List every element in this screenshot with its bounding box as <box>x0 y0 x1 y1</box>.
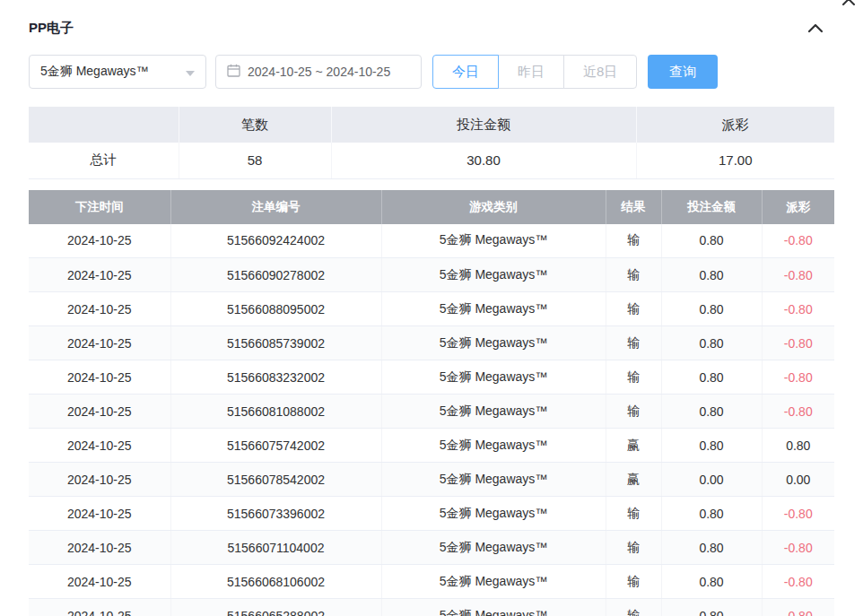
summary-header-bet-amount: 投注金额 <box>331 107 636 143</box>
payout-cell: -0.80 <box>762 292 834 326</box>
header-game-type: 游戏类别 <box>381 190 606 224</box>
result-cell: 输 <box>606 395 661 429</box>
payout-cell: -0.80 <box>762 599 834 616</box>
bet-amount-cell: 0.80 <box>661 497 762 531</box>
bet-time-cell: 2024-10-25 <box>29 463 170 497</box>
order-id-cell: 51566088095002 <box>170 292 381 326</box>
header-bet-time: 下注时间 <box>29 190 170 224</box>
summary-total-row: 总计 58 30.80 17.00 <box>29 143 834 178</box>
filter-bar: 5金狮 Megaways™ 2024-10-25 ~ 2024-10-25 今日… <box>29 55 834 89</box>
game-type-cell: 5金狮 Megaways™ <box>381 463 606 497</box>
order-id-cell: 51566090278002 <box>170 258 381 292</box>
game-type-cell: 5金狮 Megaways™ <box>381 224 606 258</box>
bet-time-cell: 2024-10-25 <box>29 292 170 326</box>
header-payout: 派彩 <box>762 190 834 224</box>
order-id-cell: 51566068106002 <box>170 565 381 599</box>
last-8-days-button[interactable]: 近8日 <box>563 55 637 89</box>
quick-date-button-group: 今日 昨日 近8日 <box>432 55 637 89</box>
result-cell: 输 <box>606 497 661 531</box>
payout-cell: 0.00 <box>762 463 834 497</box>
bet-time-cell: 2024-10-25 <box>29 258 170 292</box>
order-id-cell: 51566085739002 <box>170 326 381 360</box>
bet-time-cell: 2024-10-25 <box>29 326 170 360</box>
game-select-value: 5金狮 Megaways™ <box>40 64 149 80</box>
records-header-row: 下注时间 注单编号 游戏类别 结果 投注金额 派彩 <box>29 190 834 224</box>
game-type-cell: 5金狮 Megaways™ <box>381 292 606 326</box>
panel-title: PP电子 <box>29 20 74 37</box>
bet-time-cell: 2024-10-25 <box>29 395 170 429</box>
table-row: 2024-10-25515660857390025金狮 Megaways™输0.… <box>29 326 834 360</box>
table-row: 2024-10-25515660681060025金狮 Megaways™输0.… <box>29 565 834 599</box>
payout-cell: -0.80 <box>762 565 834 599</box>
date-range-value: 2024-10-25 ~ 2024-10-25 <box>248 65 390 79</box>
today-button[interactable]: 今日 <box>432 55 499 89</box>
bet-amount-cell: 0.80 <box>661 429 762 463</box>
bet-amount-cell: 0.00 <box>661 463 762 497</box>
search-button[interactable]: 查询 <box>648 55 718 89</box>
header-order-id: 注单编号 <box>170 190 381 224</box>
summary-total-count: 58 <box>179 143 331 178</box>
summary-total-payout: 17.00 <box>636 143 834 178</box>
order-id-cell: 51566092424002 <box>170 224 381 258</box>
calendar-icon <box>227 64 240 80</box>
game-type-cell: 5金狮 Megaways™ <box>381 326 606 360</box>
chevron-down-icon <box>186 65 195 79</box>
table-row: 2024-10-25515660902780025金狮 Megaways™输0.… <box>29 258 834 292</box>
payout-cell: -0.80 <box>762 360 834 395</box>
table-row: 2024-10-25515660810880025金狮 Megaways™输0.… <box>29 395 834 429</box>
summary-header-count: 笔数 <box>179 107 331 143</box>
table-row: 2024-10-25515660733960025金狮 Megaways™输0.… <box>29 497 834 531</box>
bet-amount-cell: 0.80 <box>661 599 762 616</box>
result-cell: 赢 <box>606 463 661 497</box>
payout-cell: -0.80 <box>762 224 834 258</box>
table-row: 2024-10-25515660757420025金狮 Megaways™赢0.… <box>29 429 834 463</box>
result-cell: 输 <box>606 292 661 326</box>
game-type-cell: 5金狮 Megaways™ <box>381 429 606 463</box>
order-id-cell: 51566078542002 <box>170 463 381 497</box>
table-row: 2024-10-25515660785420025金狮 Megaways™赢0.… <box>29 463 834 497</box>
bet-amount-cell: 0.80 <box>661 531 762 565</box>
order-id-cell: 51566075742002 <box>170 429 381 463</box>
result-cell: 输 <box>606 531 661 565</box>
result-cell: 输 <box>606 599 661 616</box>
bet-time-cell: 2024-10-25 <box>29 360 170 395</box>
order-id-cell: 51566073396002 <box>170 497 381 531</box>
bet-amount-cell: 0.80 <box>661 292 762 326</box>
table-row: 2024-10-25515660880950025金狮 Megaways™输0.… <box>29 292 834 326</box>
collapse-button[interactable] <box>807 21 824 37</box>
result-cell: 输 <box>606 224 661 258</box>
yesterday-button[interactable]: 昨日 <box>498 55 564 89</box>
result-cell: 输 <box>606 326 661 360</box>
game-select[interactable]: 5金狮 Megaways™ <box>29 55 206 89</box>
table-row: 2024-10-25515660832320025金狮 Megaways™输0.… <box>29 360 834 395</box>
game-type-cell: 5金狮 Megaways™ <box>381 565 606 599</box>
header-bet-amount: 投注金额 <box>661 190 762 224</box>
summary-total-label: 总计 <box>29 143 179 178</box>
bet-amount-cell: 0.80 <box>661 326 762 360</box>
game-type-cell: 5金狮 Megaways™ <box>381 258 606 292</box>
bet-time-cell: 2024-10-25 <box>29 497 170 531</box>
summary-total-bet-amount: 30.80 <box>331 143 636 178</box>
bet-amount-cell: 0.80 <box>661 395 762 429</box>
summary-table: 笔数 投注金额 派彩 总计 58 30.80 17.00 <box>29 107 834 179</box>
payout-cell: -0.80 <box>762 326 834 360</box>
payout-cell: 0.80 <box>762 429 834 463</box>
payout-cell: -0.80 <box>762 258 834 292</box>
payout-cell: -0.80 <box>762 395 834 429</box>
order-id-cell: 51566071104002 <box>170 531 381 565</box>
order-id-cell: 51566083232002 <box>170 360 381 395</box>
result-cell: 赢 <box>606 429 661 463</box>
game-type-cell: 5金狮 Megaways™ <box>381 360 606 395</box>
result-cell: 输 <box>606 565 661 599</box>
date-range-input[interactable]: 2024-10-25 ~ 2024-10-25 <box>215 55 422 89</box>
order-id-cell: 51566065288002 <box>170 599 381 616</box>
bet-amount-cell: 0.80 <box>661 565 762 599</box>
header-result: 结果 <box>606 190 661 224</box>
panel-header: PP电子 <box>29 0 834 37</box>
previous-panel-collapse-icon[interactable] <box>841 0 856 10</box>
game-type-cell: 5金狮 Megaways™ <box>381 599 606 616</box>
result-cell: 输 <box>606 258 661 292</box>
game-type-cell: 5金狮 Megaways™ <box>381 531 606 565</box>
bet-time-cell: 2024-10-25 <box>29 531 170 565</box>
chevron-up-icon <box>807 21 824 37</box>
